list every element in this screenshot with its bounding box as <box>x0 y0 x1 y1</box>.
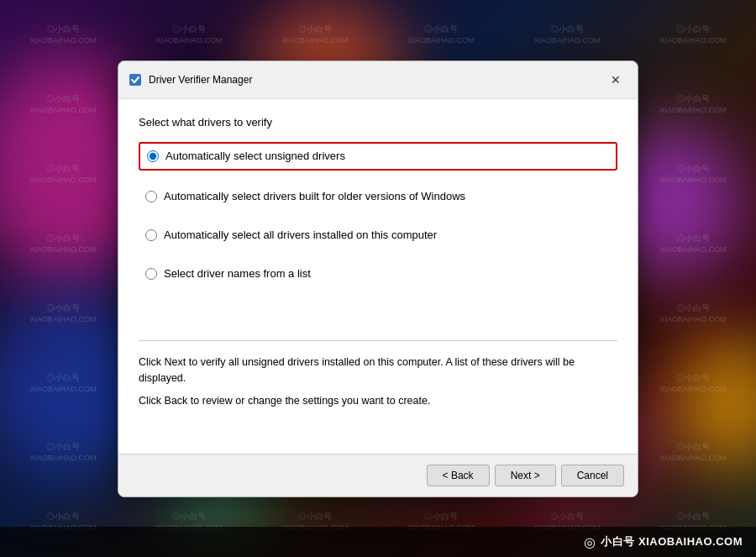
radio-label-1[interactable]: Automatically select unsigned drivers <box>165 149 345 164</box>
next-button[interactable]: Next > <box>495 465 556 486</box>
dialog-title: Driver Verifier Manager <box>149 74 597 86</box>
cancel-button[interactable]: Cancel <box>561 465 624 486</box>
radio-input-4[interactable] <box>145 268 157 280</box>
info-text-1: Click Next to verify all unsigned driver… <box>139 355 617 386</box>
section-label: Select what drivers to verify <box>139 116 617 129</box>
divider <box>139 340 617 341</box>
radio-option-3[interactable]: Automatically select all drivers install… <box>139 223 617 248</box>
radio-label-3[interactable]: Automatically select all drivers install… <box>164 228 437 243</box>
radio-input-2[interactable] <box>145 191 157 202</box>
radio-option-1[interactable]: Automatically select unsigned drivers <box>139 142 617 171</box>
radio-input-1[interactable] <box>147 150 159 162</box>
radio-label-4[interactable]: Select driver names from a list <box>164 266 311 281</box>
radio-input-3[interactable] <box>145 229 157 241</box>
radio-label-2[interactable]: Automatically select drivers built for o… <box>164 189 465 204</box>
back-button[interactable]: < Back <box>427 465 490 486</box>
dialog-title-icon <box>129 73 142 87</box>
dialog-overlay: Driver Verifier Manager ✕ Select what dr… <box>0 0 756 557</box>
info-text-2: Click Back to review or change the setti… <box>139 393 617 409</box>
radio-option-2[interactable]: Automatically select drivers built for o… <box>139 184 617 209</box>
dialog-body: Select what drivers to verify Automatica… <box>118 99 638 454</box>
close-button[interactable]: ✕ <box>604 68 627 92</box>
radio-option-4[interactable]: Select driver names from a list <box>139 261 617 286</box>
dialog-footer: < Back Next > Cancel <box>118 454 638 497</box>
dialog-titlebar: Driver Verifier Manager ✕ <box>118 61 638 99</box>
driver-verifier-dialog: Driver Verifier Manager ✕ Select what dr… <box>118 60 638 497</box>
